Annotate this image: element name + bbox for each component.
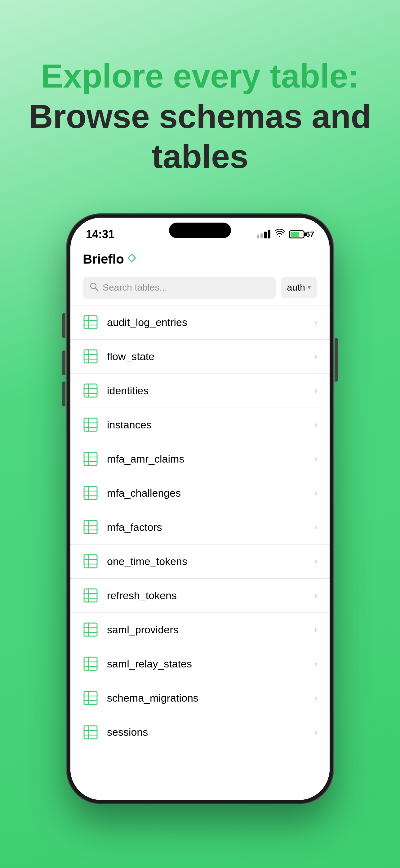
search-placeholder: Search tables... bbox=[103, 282, 167, 293]
svg-rect-14 bbox=[84, 418, 97, 431]
battery-percent: 67 bbox=[306, 230, 314, 239]
svg-rect-22 bbox=[84, 487, 97, 499]
table-name: refresh_tokens bbox=[107, 590, 314, 602]
table-row[interactable]: audit_log_entries › bbox=[70, 306, 330, 340]
table-icon bbox=[83, 417, 98, 432]
table-name: audit_log_entries bbox=[107, 316, 314, 329]
table-name: saml_providers bbox=[107, 624, 314, 636]
dynamic-island bbox=[169, 223, 231, 238]
svg-rect-2 bbox=[84, 316, 97, 329]
table-icon bbox=[83, 554, 98, 569]
table-row[interactable]: identities › bbox=[70, 374, 330, 408]
svg-rect-34 bbox=[84, 589, 97, 602]
table-name: mfa_amr_claims bbox=[107, 453, 314, 465]
svg-line-1 bbox=[96, 288, 98, 290]
table-name: one_time_tokens bbox=[107, 555, 314, 567]
table-icon bbox=[83, 451, 98, 467]
chevron-right-icon: › bbox=[314, 556, 317, 566]
table-name: mfa_challenges bbox=[107, 487, 314, 499]
svg-rect-18 bbox=[84, 452, 97, 465]
table-row[interactable]: instances › bbox=[70, 408, 330, 442]
hero-line2: Browse schemas and tables bbox=[25, 96, 375, 177]
table-row[interactable]: schema_migrations › bbox=[70, 681, 330, 715]
chevron-right-icon: › bbox=[314, 454, 317, 464]
chevron-right-icon: › bbox=[314, 625, 317, 634]
table-list: audit_log_entries › flow_state › bbox=[70, 306, 330, 800]
chevron-right-icon: › bbox=[314, 522, 317, 532]
schema-chevron-icon: ▾ bbox=[308, 283, 311, 291]
battery-icon: 67 bbox=[289, 230, 314, 239]
schema-selector[interactable]: auth ▾ bbox=[281, 277, 317, 298]
table-icon bbox=[83, 383, 98, 398]
table-row[interactable]: mfa_challenges › bbox=[70, 476, 330, 510]
phone-screen: 14:31 bbox=[70, 218, 330, 800]
signal-icon bbox=[257, 230, 270, 239]
nav-bar: Brieflo bbox=[70, 246, 330, 272]
chevron-right-icon: › bbox=[314, 659, 317, 669]
table-name: sessions bbox=[107, 726, 314, 738]
table-name: instances bbox=[107, 419, 314, 431]
phone-frame: 14:31 bbox=[67, 214, 333, 804]
search-icon bbox=[90, 282, 98, 293]
table-icon bbox=[83, 349, 98, 364]
status-time: 14:31 bbox=[86, 228, 114, 241]
table-row[interactable]: sessions › bbox=[70, 715, 330, 749]
table-row[interactable]: mfa_factors › bbox=[70, 510, 330, 545]
table-name: identities bbox=[107, 385, 314, 397]
nav-chevron-icon[interactable] bbox=[127, 253, 136, 265]
svg-rect-38 bbox=[84, 623, 97, 636]
table-row[interactable]: saml_relay_states › bbox=[70, 647, 330, 681]
table-icon bbox=[83, 724, 98, 740]
app-title: Brieflo bbox=[83, 252, 124, 267]
signal-bar-4 bbox=[268, 230, 270, 239]
table-icon bbox=[83, 519, 98, 535]
table-icon bbox=[83, 690, 98, 706]
search-section: Search tables... auth ▾ bbox=[70, 272, 330, 305]
svg-rect-6 bbox=[84, 350, 97, 363]
table-icon bbox=[83, 485, 98, 501]
schema-label: auth bbox=[287, 282, 305, 293]
chevron-right-icon: › bbox=[314, 693, 317, 703]
svg-rect-42 bbox=[84, 657, 97, 670]
chevron-right-icon: › bbox=[314, 317, 317, 327]
table-name: mfa_factors bbox=[107, 521, 314, 533]
chevron-right-icon: › bbox=[314, 727, 317, 737]
hero-section: Explore every table: Browse schemas and … bbox=[0, 0, 400, 177]
battery-fill bbox=[291, 232, 299, 237]
signal-bar-2 bbox=[261, 234, 263, 239]
table-row[interactable]: flow_state › bbox=[70, 340, 330, 374]
table-icon bbox=[83, 314, 98, 330]
table-name: schema_migrations bbox=[107, 692, 314, 704]
table-row[interactable]: refresh_tokens › bbox=[70, 579, 330, 613]
status-right-icons: 67 bbox=[257, 229, 314, 239]
svg-rect-50 bbox=[84, 726, 97, 739]
battery-body bbox=[289, 230, 304, 239]
table-row[interactable]: saml_providers › bbox=[70, 613, 330, 647]
nav-title-row: Brieflo bbox=[83, 252, 317, 267]
hero-title: Explore every table: Browse schemas and … bbox=[0, 56, 400, 177]
hero-line1: Explore every table: bbox=[25, 56, 375, 96]
svg-rect-46 bbox=[84, 691, 97, 704]
phone-mockup: 14:31 bbox=[67, 214, 333, 804]
svg-rect-10 bbox=[84, 384, 97, 397]
svg-rect-30 bbox=[84, 555, 97, 568]
signal-bar-3 bbox=[264, 231, 267, 239]
table-row[interactable]: one_time_tokens › bbox=[70, 545, 330, 579]
chevron-right-icon: › bbox=[314, 351, 317, 361]
table-icon bbox=[83, 622, 98, 637]
table-icon bbox=[83, 656, 98, 672]
table-icon bbox=[83, 588, 98, 603]
table-row[interactable]: mfa_amr_claims › bbox=[70, 442, 330, 476]
table-name: flow_state bbox=[107, 350, 314, 363]
wifi-icon bbox=[275, 229, 285, 239]
chevron-right-icon: › bbox=[314, 488, 317, 498]
chevron-right-icon: › bbox=[314, 420, 317, 430]
chevron-right-icon: › bbox=[314, 385, 317, 396]
signal-bar-1 bbox=[257, 235, 259, 239]
chevron-right-icon: › bbox=[314, 590, 317, 600]
table-name: saml_relay_states bbox=[107, 658, 314, 670]
svg-rect-26 bbox=[84, 521, 97, 534]
search-bar[interactable]: Search tables... bbox=[83, 277, 276, 299]
